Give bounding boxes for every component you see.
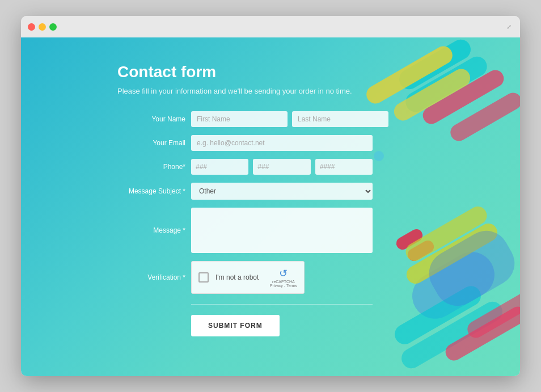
browser-window: ⤢ Contact form Please fill in you [21,16,520,376]
email-input[interactable] [191,135,373,151]
phone-prefix-input[interactable] [253,159,310,175]
submit-button[interactable]: SUBMIT FORM [191,315,280,336]
traffic-lights [28,23,57,31]
deco-shape-3 [363,43,455,107]
verification-label: Verification * [117,273,185,281]
deco-shape-17 [421,222,520,314]
captcha-wrapper: I'm not a robot ↺ reCAPTCHA Privacy - Te… [191,261,373,294]
name-inputs [191,111,388,127]
captcha-logo: ↺ reCAPTCHA Privacy - Terms [270,267,297,288]
form-divider [191,304,373,305]
deco-shape-5 [420,67,507,127]
verification-row: Verification * I'm not a robot ↺ reCAPTC… [117,261,373,294]
message-row: Message * [117,208,373,253]
message-textarea-wrapper [191,208,373,253]
close-button[interactable] [28,23,35,31]
main-content: Contact form Please fill in your informa… [21,37,520,376]
deco-shape-9 [398,298,506,372]
phone-area-input[interactable] [191,159,248,175]
recaptcha-icon: ↺ [279,267,288,280]
first-name-input[interactable] [191,111,288,127]
deco-shape-11 [405,238,436,263]
captcha-checkbox[interactable] [198,272,209,283]
deco-shape-2 [402,53,491,115]
recaptcha-brand: reCAPTCHA [272,280,295,284]
subject-select[interactable]: General Inquiry Support Billing Other [191,183,373,200]
deco-shape-1 [396,37,475,93]
maximize-button[interactable] [49,23,57,31]
name-row: Your Name [117,111,373,127]
phone-inputs-wrapper [191,159,373,175]
form-title: Contact form [117,63,373,81]
phone-number-input[interactable] [315,159,373,175]
message-textarea[interactable] [191,208,373,253]
deco-shape-14 [442,304,520,364]
deco-shape-13 [403,203,491,264]
recaptcha-links: Privacy - Terms [270,284,297,288]
email-label: Your Email [117,139,185,147]
email-input-wrapper [191,135,373,151]
deco-shape-4 [391,66,474,124]
contact-form-area: Contact form Please fill in your informa… [21,37,373,359]
phone-row: Phone* [117,159,373,175]
deco-shape-6 [447,90,520,144]
name-label: Your Name [117,115,185,123]
deco-shape-8 [391,283,485,348]
deco-shape-10 [394,227,425,252]
phone-label: Phone* [117,163,185,171]
last-name-input[interactable] [292,111,388,127]
expand-icon[interactable]: ⤢ [504,22,513,31]
subject-row: Message Subject * General Inquiry Suppor… [117,183,373,200]
deco-shape-15 [464,286,520,341]
message-label: Message * [117,226,185,234]
subject-select-wrapper: General Inquiry Support Billing Other [191,183,373,200]
title-bar: ⤢ [21,16,520,37]
email-row: Your Email [117,135,373,151]
deco-shape-16 [374,151,384,161]
captcha-box[interactable]: I'm not a robot ↺ reCAPTCHA Privacy - Te… [191,261,305,294]
form-subtitle: Please fill in your information and we'l… [117,87,373,95]
captcha-label: I'm not a robot [215,273,263,281]
minimize-button[interactable] [39,23,46,31]
deco-shape-12 [403,220,501,287]
deco-shape-7 [404,244,502,327]
subject-label: Message Subject * [117,187,185,195]
